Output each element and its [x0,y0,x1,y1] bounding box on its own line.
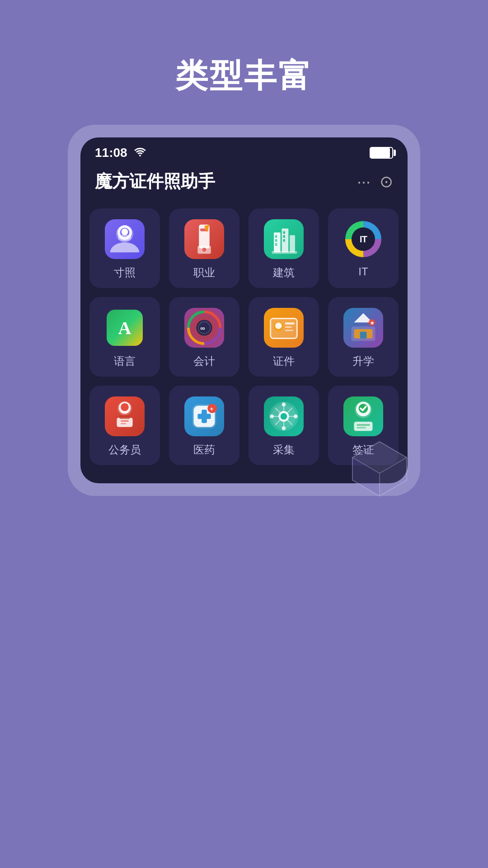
svg-rect-12 [290,235,295,252]
svg-text:∞: ∞ [200,325,205,332]
status-left: 11:08 [95,146,146,160]
svg-text:+: + [210,406,213,412]
battery-icon [370,147,393,159]
icon-cun [105,219,145,259]
svg-rect-27 [285,322,295,324]
icon-caiji [264,396,304,436]
item-label-zhiye: 职业 [193,265,215,280]
icon-kuaiji: ∞ [184,308,224,348]
svg-rect-19 [283,239,285,242]
svg-rect-14 [275,235,277,238]
item-label-gongwu: 公务员 [108,443,141,457]
svg-point-54 [282,426,286,430]
grid-item-yiyao[interactable]: + 医药 [169,386,239,465]
svg-rect-39 [117,418,132,427]
icon-qianzheng [343,396,383,436]
svg-rect-15 [275,239,277,242]
icon-zhiye [184,219,224,259]
svg-rect-62 [357,427,366,428]
item-label-kuaiji: 会计 [193,354,215,368]
item-label-caiji: 采集 [273,443,295,457]
item-label-zhengjian: 证件 [273,354,295,368]
item-label-yuyan: 语言 [114,354,136,368]
cube-logo [343,437,416,500]
svg-rect-40 [119,415,130,419]
svg-rect-18 [283,235,285,238]
grid-item-it[interactable]: IT IT [328,208,399,288]
svg-rect-16 [275,243,277,246]
app-header: 魔方证件照助手 ··· ⊙ [80,165,408,204]
app-title: 魔方证件照助手 [95,170,215,193]
grid-item-zhiye[interactable]: 职业 [169,208,239,288]
svg-point-55 [270,415,274,419]
svg-rect-42 [121,423,126,425]
grid-item-yuyan[interactable]: A 语言 [89,297,160,377]
grid-item-kuaiji[interactable]: ∞ 会计 [169,297,239,377]
svg-point-4 [118,235,131,241]
svg-rect-13 [272,251,297,254]
item-label-yiyao: 医药 [193,443,215,457]
icon-gongwu [105,396,145,436]
grid-item-gongwu[interactable]: 公务员 [89,386,160,465]
icon-shengxue: ★ [343,308,383,348]
svg-rect-61 [357,425,370,426]
header-icons: ··· ⊙ [357,172,393,191]
svg-text:★: ★ [370,321,375,326]
wifi-icon [134,146,146,159]
status-bar: 11:08 [80,137,408,165]
icon-it: IT [343,219,383,259]
svg-point-53 [282,402,286,406]
icon-zhengjian [264,308,304,348]
grid-item-jianzhu[interactable]: 建筑 [249,208,319,288]
svg-point-26 [275,322,282,329]
svg-rect-41 [121,420,129,422]
icon-jianzhu [264,219,304,259]
phone-wrapper: 11:08 魔方证件照助手 ··· ⊙ [68,125,420,496]
svg-rect-33 [360,332,367,339]
svg-rect-60 [354,422,372,431]
phone-screen: 11:08 魔方证件照助手 ··· ⊙ [80,137,408,483]
camera-icon[interactable]: ⊙ [380,172,393,191]
svg-rect-28 [285,326,292,328]
svg-point-3 [122,229,128,236]
svg-rect-11 [282,229,289,253]
grid-item-zhengjian[interactable]: 证件 [249,297,319,377]
svg-point-56 [294,415,298,419]
grid-item-shengxue[interactable]: ★ 升学 [328,297,399,377]
grid-item-cun[interactable]: 寸照 [89,208,160,288]
svg-point-52 [281,413,287,420]
item-label-jianzhu: 建筑 [273,265,295,280]
icon-yuyan: A [105,308,145,348]
svg-rect-10 [274,232,281,252]
svg-rect-46 [197,414,211,419]
grid-item-caiji[interactable]: 采集 [249,386,319,465]
svg-rect-29 [285,330,293,331]
item-label-cun: 寸照 [114,265,136,280]
svg-point-38 [121,403,129,411]
icon-yiyao: + [184,396,224,436]
page-title: 类型丰富 [175,54,313,98]
svg-point-9 [202,248,206,252]
item-label-it: IT [358,265,368,278]
status-time: 11:08 [95,146,127,160]
menu-dots-icon[interactable]: ··· [357,172,371,191]
svg-rect-17 [283,231,285,234]
item-label-shengxue: 升学 [352,354,374,368]
